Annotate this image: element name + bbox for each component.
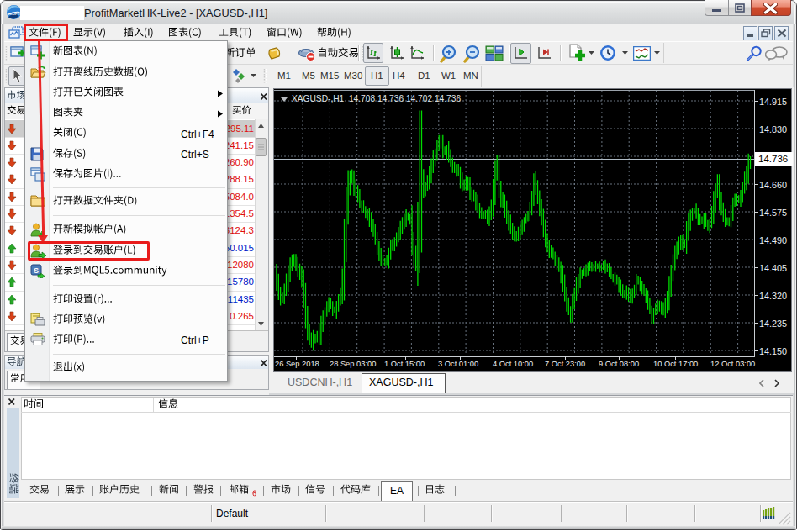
svg-text:S: S <box>34 266 39 274</box>
